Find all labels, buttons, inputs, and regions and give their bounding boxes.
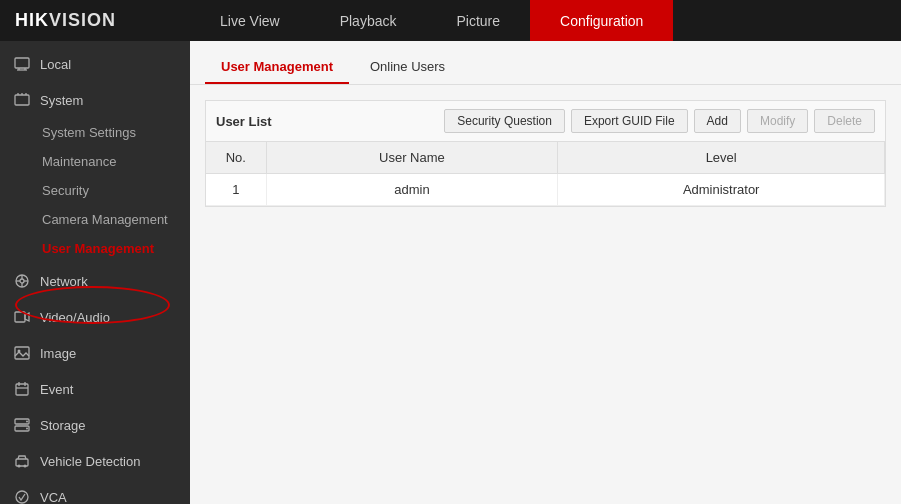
svg-rect-14	[15, 312, 25, 322]
col-header-no: No.	[206, 142, 266, 174]
sidebar-item-video-audio[interactable]: Video/Audio	[0, 299, 190, 335]
cell-no: 1	[206, 174, 266, 206]
system-icon	[12, 90, 32, 110]
sidebar-item-local[interactable]: Local	[0, 46, 190, 82]
monitor-icon	[12, 54, 32, 74]
svg-rect-4	[15, 95, 29, 105]
sidebar-label-network: Network	[40, 274, 88, 289]
table-row[interactable]: 1 admin Administrator	[206, 174, 885, 206]
table-toolbar: User List Security Question Export GUID …	[206, 101, 885, 142]
video-icon	[12, 307, 32, 327]
security-question-button[interactable]: Security Question	[444, 109, 565, 133]
image-icon	[12, 343, 32, 363]
modify-button[interactable]: Modify	[747, 109, 808, 133]
sidebar-item-image[interactable]: Image	[0, 335, 190, 371]
user-table: No. User Name Level 1 admin Administrato…	[206, 142, 885, 206]
sidebar-label-video-audio: Video/Audio	[40, 310, 110, 325]
tab-user-management[interactable]: User Management	[205, 51, 349, 84]
logo-hik: HIK	[15, 10, 49, 30]
sidebar-item-vca[interactable]: VCA	[0, 479, 190, 504]
storage-icon	[12, 415, 32, 435]
nav-picture[interactable]: Picture	[426, 0, 530, 41]
svg-marker-15	[25, 313, 29, 321]
sidebar-label-storage: Storage	[40, 418, 86, 433]
sidebar-item-storage[interactable]: Storage	[0, 407, 190, 443]
delete-button[interactable]: Delete	[814, 109, 875, 133]
col-header-level: Level	[558, 142, 885, 174]
export-guid-button[interactable]: Export GUID File	[571, 109, 688, 133]
svg-point-25	[26, 428, 28, 430]
sidebar-item-system-settings[interactable]: System Settings	[0, 118, 190, 147]
nav-items: Live View Playback Picture Configuration	[190, 0, 901, 41]
vehicle-icon	[12, 451, 32, 471]
logo: HIKVISION	[0, 10, 190, 31]
svg-rect-18	[16, 384, 28, 395]
svg-point-9	[20, 279, 24, 283]
nav-playback[interactable]: Playback	[310, 0, 427, 41]
cell-username: admin	[266, 174, 558, 206]
sidebar-item-maintenance[interactable]: Maintenance	[0, 147, 190, 176]
sidebar-item-event[interactable]: Event	[0, 371, 190, 407]
svg-point-27	[18, 465, 21, 468]
add-button[interactable]: Add	[694, 109, 741, 133]
svg-rect-26	[16, 459, 28, 466]
sidebar-label-local: Local	[40, 57, 71, 72]
sidebar: Local System System Settings Maintenance…	[0, 41, 190, 504]
nav-configuration[interactable]: Configuration	[530, 0, 673, 41]
sidebar-item-system[interactable]: System	[0, 82, 190, 118]
nav-live-view[interactable]: Live View	[190, 0, 310, 41]
sidebar-item-user-management[interactable]: User Management	[0, 234, 190, 263]
svg-rect-0	[15, 58, 29, 68]
table-area: User List Security Question Export GUID …	[190, 85, 901, 504]
sidebar-item-security[interactable]: Security	[0, 176, 190, 205]
svg-point-24	[26, 421, 28, 423]
tab-online-users[interactable]: Online Users	[354, 51, 461, 84]
sidebar-item-network[interactable]: Network	[0, 263, 190, 299]
content-area: User Management Online Users User List S…	[190, 41, 901, 504]
tabs: User Management Online Users	[190, 41, 901, 85]
sidebar-label-image: Image	[40, 346, 76, 361]
event-icon	[12, 379, 32, 399]
network-icon	[12, 271, 32, 291]
user-list-title: User List	[216, 114, 438, 129]
svg-point-29	[16, 491, 28, 503]
logo-vision: VISION	[49, 10, 116, 30]
sidebar-label-system: System	[40, 93, 83, 108]
vca-icon	[12, 487, 32, 504]
sidebar-label-event: Event	[40, 382, 73, 397]
sidebar-item-camera-management[interactable]: Camera Management	[0, 205, 190, 234]
sidebar-item-vehicle-detection[interactable]: Vehicle Detection	[0, 443, 190, 479]
svg-point-28	[24, 465, 27, 468]
table-header-row: No. User Name Level	[206, 142, 885, 174]
top-navigation: HIKVISION Live View Playback Picture Con…	[0, 0, 901, 41]
user-table-container: User List Security Question Export GUID …	[205, 100, 886, 207]
sidebar-label-vca: VCA	[40, 490, 67, 505]
cell-level: Administrator	[558, 174, 885, 206]
main-layout: Local System System Settings Maintenance…	[0, 41, 901, 504]
sidebar-label-vehicle-detection: Vehicle Detection	[40, 454, 140, 469]
col-header-username: User Name	[266, 142, 558, 174]
